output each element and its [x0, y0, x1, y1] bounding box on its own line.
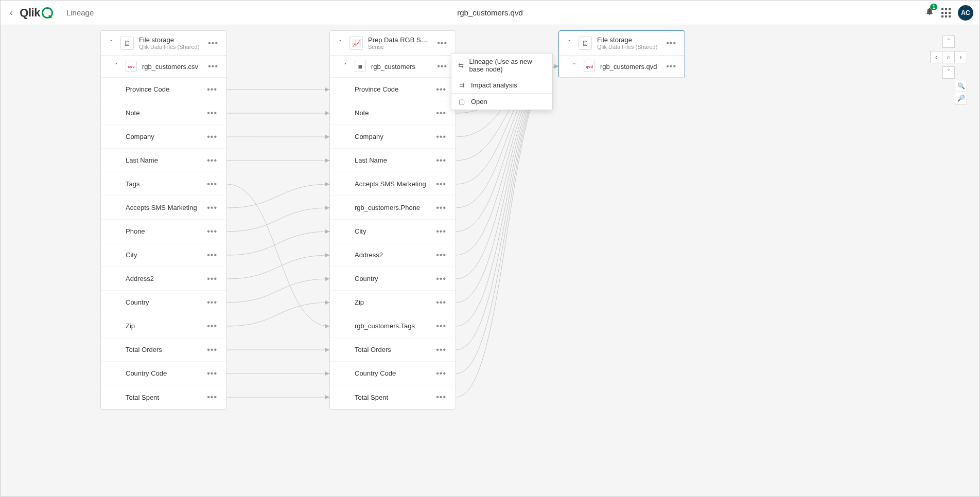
nav-right-button[interactable]: ›	[955, 51, 967, 63]
more-options-button[interactable]: •••	[664, 39, 678, 48]
field-row[interactable]: rgb_customers.Phone•••	[330, 196, 456, 220]
more-options-button[interactable]: •••	[206, 39, 220, 48]
field-row[interactable]: Note•••	[330, 101, 456, 125]
field-row[interactable]: Last Name•••	[101, 149, 226, 172]
node-header: ˆ🗎File storageQlik Data Files (Shared)••…	[101, 31, 226, 56]
field-row[interactable]: Country•••	[330, 267, 456, 291]
field-more-options-button[interactable]: •••	[434, 156, 448, 165]
field-row[interactable]: Total Orders•••	[101, 338, 226, 362]
svg-marker-13	[325, 395, 329, 399]
field-row[interactable]: rgb_customers.Tags•••	[330, 314, 456, 338]
field-row[interactable]: Country Code•••	[330, 362, 456, 385]
field-more-options-button[interactable]: •••	[205, 180, 219, 189]
field-more-options-button[interactable]: •••	[205, 156, 219, 165]
field-row[interactable]: Zip•••	[101, 314, 226, 338]
collapse-icon[interactable]: ˆ	[336, 40, 344, 47]
field-more-options-button[interactable]: •••	[434, 369, 448, 378]
field-row[interactable]: Tags•••	[101, 172, 226, 196]
zoom-out-button[interactable]: 🔎	[955, 92, 967, 104]
field-more-options-button[interactable]: •••	[205, 203, 219, 212]
field-more-options-button[interactable]: •••	[205, 322, 219, 331]
lineage-canvas[interactable]: ˆ🗎File storageQlik Data Files (Shared)••…	[1, 25, 979, 497]
field-more-options-button[interactable]: •••	[434, 227, 448, 236]
svg-marker-25	[554, 64, 558, 68]
field-more-options-button[interactable]: •••	[434, 85, 448, 94]
field-more-options-button[interactable]: •••	[434, 322, 448, 331]
nav-home-button[interactable]: ⌂	[942, 51, 955, 63]
field-row[interactable]: Address2•••	[330, 243, 456, 267]
field-more-options-button[interactable]: •••	[205, 369, 219, 378]
node-file-storage-target[interactable]: ˆ🗎File storageQlik Data Files (Shared)••…	[558, 30, 685, 78]
child-collapse-icon[interactable]: ˇ	[570, 63, 579, 70]
field-row[interactable]: Total Spent•••	[101, 385, 226, 409]
field-more-options-button[interactable]: •••	[205, 393, 219, 402]
field-more-options-button[interactable]: •••	[205, 227, 219, 236]
qlik-logo[interactable]: Qlik	[20, 6, 53, 20]
field-more-options-button[interactable]: •••	[434, 132, 448, 141]
back-button[interactable]: ‹	[7, 6, 15, 20]
field-label: rgb_customers.Phone	[355, 204, 434, 211]
field-more-options-button[interactable]: •••	[205, 109, 219, 118]
field-row[interactable]: Province Code•••	[101, 78, 226, 101]
ctx-impact-analysis[interactable]: ⇉ Impact analysis	[451, 77, 552, 93]
field-row[interactable]: Country•••	[101, 291, 226, 314]
field-label: Total Orders	[126, 346, 205, 353]
field-more-options-button[interactable]: •••	[205, 132, 219, 141]
nav-up-button[interactable]: ˆ	[942, 36, 955, 48]
svg-marker-27	[554, 64, 558, 68]
field-row[interactable]: City•••	[101, 243, 226, 267]
notification-badge: 1	[930, 4, 937, 10]
field-more-options-button[interactable]: •••	[434, 109, 448, 118]
field-row[interactable]: Company•••	[101, 125, 226, 149]
field-row[interactable]: Accepts SMS Marketing•••	[101, 196, 226, 220]
child-more-options-button[interactable]: •••	[435, 62, 449, 71]
field-more-options-button[interactable]: •••	[434, 251, 448, 260]
field-more-options-button[interactable]: •••	[205, 251, 219, 260]
field-row[interactable]: Phone•••	[101, 220, 226, 243]
field-more-options-button[interactable]: •••	[205, 85, 219, 94]
field-more-options-button[interactable]: •••	[434, 298, 448, 307]
app-launcher-icon[interactable]	[941, 8, 951, 17]
field-row[interactable]: Accepts SMS Marketing•••	[330, 172, 456, 196]
field-label: Country Code	[126, 369, 205, 377]
node-child-header: ˇqvdrgb_customers.qvd•••	[559, 56, 685, 78]
field-list: Province Code•••Note•••Company•••Last Na…	[101, 78, 226, 409]
zoom-in-button[interactable]: 🔍	[955, 80, 967, 92]
svg-marker-24	[554, 64, 558, 68]
field-row[interactable]: Last Name•••	[330, 149, 456, 172]
child-more-options-button[interactable]: •••	[664, 62, 678, 71]
child-more-options-button[interactable]: •••	[206, 62, 220, 71]
field-more-options-button[interactable]: •••	[434, 180, 448, 189]
field-row[interactable]: Note•••	[101, 101, 226, 125]
field-row[interactable]: Country Code•••	[101, 362, 226, 385]
field-row[interactable]: Total Orders•••	[330, 338, 456, 362]
field-more-options-button[interactable]: •••	[434, 203, 448, 212]
avatar[interactable]: AC	[958, 5, 973, 21]
node-file-storage-source[interactable]: ˆ🗎File storageQlik Data Files (Shared)••…	[100, 30, 227, 410]
ctx-lineage[interactable]: ⇆ Lineage (Use as new base node)	[451, 54, 552, 77]
field-more-options-button[interactable]: •••	[434, 345, 448, 354]
nav-left-button[interactable]: ‹	[930, 51, 942, 63]
collapse-icon[interactable]: ˆ	[565, 40, 573, 47]
field-more-options-button[interactable]: •••	[205, 274, 219, 283]
nav-down-button[interactable]: ˇ	[942, 66, 955, 79]
field-row[interactable]: Company•••	[330, 125, 456, 149]
field-row[interactable]: City•••	[330, 220, 456, 243]
child-collapse-icon[interactable]: ˆ	[341, 63, 349, 70]
node-prep-data[interactable]: ˆ📈Prep Data RGB Sales A…Sense•••ˆ▦rgb_cu…	[329, 30, 456, 410]
field-label: Country	[126, 298, 205, 306]
field-more-options-button[interactable]: •••	[434, 393, 448, 402]
field-more-options-button[interactable]: •••	[205, 345, 219, 354]
collapse-icon[interactable]: ˆ	[107, 40, 115, 47]
field-more-options-button[interactable]: •••	[205, 298, 219, 307]
field-row[interactable]: Total Spent•••	[330, 385, 456, 409]
child-collapse-icon[interactable]: ˆ	[112, 63, 120, 70]
file-icon: 🗎	[120, 37, 134, 50]
notifications-button[interactable]: 1	[925, 7, 934, 19]
ctx-open[interactable]: ▢ Open	[451, 94, 552, 110]
more-options-button[interactable]: •••	[435, 39, 449, 48]
field-row[interactable]: Zip•••	[330, 291, 456, 314]
field-row[interactable]: Province Code•••	[330, 78, 456, 101]
field-row[interactable]: Address2•••	[101, 267, 226, 291]
field-more-options-button[interactable]: •••	[434, 274, 448, 283]
